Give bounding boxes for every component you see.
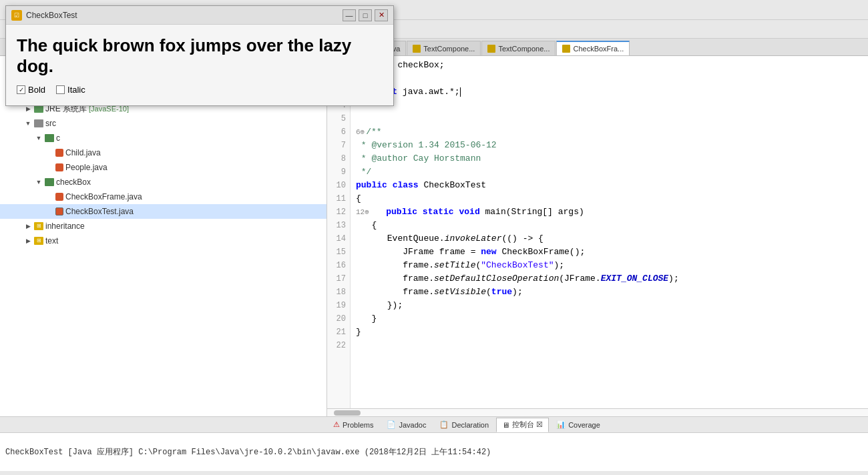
arrow-c: ▼	[35, 134, 43, 142]
icon-checkbox-pkg	[45, 178, 54, 186]
ln-7: 7	[327, 139, 350, 152]
label-child-java: Child.java	[65, 148, 101, 157]
ln-15: 15	[327, 246, 350, 259]
ln-19: 19	[327, 299, 350, 312]
ide-container: 帮助(H) ▶ ⏹ 🔨 ¶ ☰ ← → ⟳ NameFrame.java Tex…	[0, 0, 868, 475]
tab-label-cbf: CheckBoxFra...	[573, 45, 624, 53]
window-minimize-button[interactable]: —	[343, 9, 356, 21]
arrow-cbf: ▶	[45, 193, 53, 201]
tab-console-label: 控制台 ☒	[512, 420, 543, 430]
ln-11: 11	[327, 192, 350, 205]
ide-main: ▶ ⊞ abstractClasses ▶ ⊞ dei ▼ ⊞ inherita…	[0, 56, 868, 416]
ln-6: 6	[327, 125, 350, 139]
window-titlebar: ☑ CheckBoxTest — □ ✕	[6, 6, 393, 25]
italic-checkbox[interactable]	[56, 85, 65, 94]
checkbox-demo-window: ☑ CheckBoxTest — □ ✕ The quick brown fox…	[5, 5, 394, 106]
tree-people-java[interactable]: ▶ People.java	[0, 160, 327, 175]
window-maximize-button[interactable]: □	[359, 9, 372, 21]
ln-8: 8	[327, 152, 350, 165]
tab-textcomp1[interactable]: TextCompone...	[407, 41, 481, 55]
tree-checkbox-pkg[interactable]: ▼ checkBox	[0, 175, 327, 189]
tree-src[interactable]: ▼ src	[0, 116, 327, 131]
ln-21: 21	[327, 326, 350, 339]
tab-console-icon: 🖥	[502, 421, 509, 429]
code-line-21: }	[356, 326, 863, 339]
tab-icon-cbf	[562, 45, 570, 53]
tree-child-java[interactable]: ▶ Child.java	[0, 145, 327, 160]
ln-14: 14	[327, 232, 350, 246]
tab-coverage-icon: 📊	[556, 420, 566, 429]
window-app-icon: ☑	[11, 10, 22, 21]
code-line-20: }	[356, 312, 863, 326]
tab-problems-icon: ⚠	[333, 420, 340, 429]
icon-c	[45, 134, 54, 142]
code-line-10: public class CheckBoxTest	[356, 179, 863, 192]
code-line-6: 6⊕/**	[356, 125, 863, 139]
bold-checkbox-label[interactable]: ✓ Bold	[17, 85, 45, 95]
label-checkboxtest-java: CheckBoxTest.java	[65, 207, 134, 216]
ln-9: 9	[327, 165, 350, 179]
tab-javadoc-label: Javadoc	[399, 421, 426, 429]
label-people-java: People.java	[65, 163, 107, 172]
window-title: CheckBoxTest	[26, 11, 339, 20]
tab-label-tc1: TextCompone...	[423, 45, 475, 53]
window-content: The quick brown fox jumps over the lazy …	[6, 25, 393, 105]
code-line-19: });	[356, 299, 863, 312]
icon-people-java	[55, 163, 63, 171]
icon-checkboxframe-java	[55, 193, 63, 201]
bold-label: Bold	[28, 85, 45, 95]
ln-18: 18	[327, 286, 350, 299]
tree-inheritance-sub[interactable]: ▶ ⊞ inheritance	[0, 219, 327, 233]
code-line-14: EventQueue.invokeLater(() -> {	[356, 232, 863, 246]
horizontal-scrollbar[interactable]	[327, 408, 868, 416]
ln-16: 16	[327, 259, 350, 272]
bold-checkbox[interactable]: ✓	[17, 85, 25, 94]
window-close-button[interactable]: ✕	[375, 9, 388, 21]
italic-checkbox-label[interactable]: Italic	[56, 85, 85, 95]
code-line-17: frame.setDefaultCloseOperation(JFrame.EX…	[356, 272, 863, 286]
italic-label: Italic	[67, 85, 85, 95]
code-line-22	[356, 339, 863, 352]
tab-declaration-icon: 📋	[439, 420, 449, 429]
code-line-9: */	[356, 165, 863, 179]
tab-javadoc-icon: 📄	[387, 420, 396, 429]
label-c: c	[56, 133, 60, 143]
tab-coverage[interactable]: 📊 Coverage	[550, 418, 606, 432]
tab-javadoc[interactable]: 📄 Javadoc	[381, 418, 432, 432]
code-editor: 1 2 3 4 5 6 7 8 9 10 11 12 13 14 15 16 1	[327, 56, 868, 416]
tree-checkboxframe-java[interactable]: ▶ CheckBoxFrame.java	[0, 189, 327, 204]
tree-text[interactable]: ▶ ⊞ text	[0, 233, 327, 248]
window-controls: — □ ✕	[343, 9, 388, 21]
icon-text: ⊞	[34, 237, 43, 245]
tab-checkboxframe[interactable]: CheckBoxFra...	[556, 41, 630, 55]
tab-console[interactable]: 🖥 控制台 ☒	[496, 418, 549, 432]
tab-declaration-label: Declaration	[451, 421, 489, 429]
h-scroll-thumb[interactable]	[334, 410, 361, 416]
ln-10: 10	[327, 179, 350, 192]
code-lines[interactable]: package checkBox; 3⊕import java.awt.*; 6…	[351, 56, 868, 408]
tab-textcomp2[interactable]: TextCompone...	[481, 41, 556, 55]
label-text: text	[45, 236, 58, 246]
code-line-11: {	[356, 192, 863, 205]
code-line-3: 3⊕import java.awt.*;	[356, 85, 863, 99]
tab-declaration[interactable]: 📋 Declaration	[433, 418, 495, 432]
arrow-src: ▼	[24, 119, 32, 127]
code-line-8: * @author Cay Horstmann	[356, 152, 863, 165]
code-line-2	[356, 72, 863, 85]
tree-c[interactable]: ▼ c	[0, 131, 327, 145]
checkbox-row: ✓ Bold Italic	[17, 85, 383, 95]
arrow-people: ▶	[45, 163, 53, 171]
label-checkbox-pkg: checkBox	[56, 177, 91, 187]
tab-problems[interactable]: ⚠ Problems	[327, 418, 379, 432]
tab-icon-tc2	[487, 45, 495, 53]
project-tree: ▶ ⊞ abstractClasses ▶ ⊞ dei ▼ ⊞ inherita…	[0, 56, 327, 416]
icon-src	[34, 119, 43, 127]
ln-5: 5	[327, 112, 350, 125]
label-src: src	[45, 119, 56, 128]
label-checkboxframe-java: CheckBoxFrame.java	[65, 192, 142, 201]
code-line-13: {	[356, 219, 863, 232]
tab-icon-tc1	[413, 45, 421, 53]
tree-checkboxtest-java[interactable]: ▶ CheckBoxTest.java	[0, 204, 327, 219]
bottom-tabs: ⚠ Problems 📄 Javadoc 📋 Declaration 🖥 控制台…	[0, 416, 868, 432]
ln-12: 12	[327, 205, 350, 219]
